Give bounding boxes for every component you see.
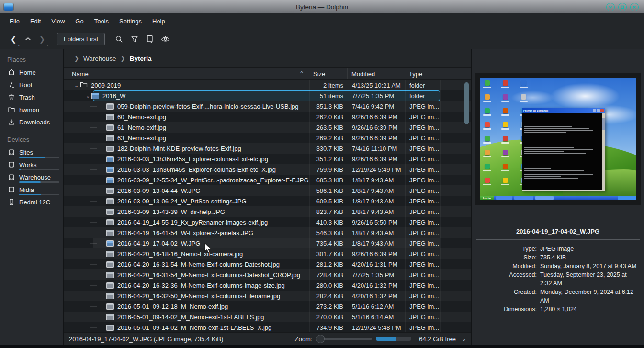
file-name: 2016-03-09_13-43-39_W_dir-help.JPG bbox=[117, 208, 225, 215]
table-row[interactable]: ⌄2016_W51 items7/7/25 1:35 PMfolder bbox=[64, 90, 471, 101]
scrollbar-thumb[interactable] bbox=[464, 82, 469, 124]
file-modified: 7/4/16 9:42 PM bbox=[348, 101, 405, 112]
column-header-modified[interactable]: Modified bbox=[348, 68, 405, 79]
folder-icon bbox=[80, 81, 88, 90]
sidebar-item-midia[interactable]: Midia bbox=[0, 183, 63, 196]
places-header: Places bbox=[0, 55, 63, 66]
table-row[interactable]: 2016-05-01_09-14-02_M_Nemo-exif-1st-LABE… bbox=[64, 322, 471, 332]
table-row[interactable]: 2016-03-09_12-55-34_W_PrintScr...-padron… bbox=[64, 175, 471, 185]
image-thumbnail-icon bbox=[106, 251, 114, 257]
file-modified: 9/26/16 6:39 PM bbox=[348, 154, 405, 164]
sidebar-item-hwmon[interactable]: hwmon bbox=[0, 103, 63, 116]
xp-taskbar: Iniciar bbox=[480, 196, 636, 200]
table-row[interactable]: 2016-05-01_09-14-02_M_Nemo-exif-1st-LABE… bbox=[64, 312, 471, 322]
table-row[interactable]: 2016-05-01_09-12-18_M_Nemo-exif.jpg273.2… bbox=[64, 301, 471, 312]
xp-window-buttons bbox=[593, 109, 604, 112]
file-modified: 1/8/17 9:43 AM bbox=[348, 227, 405, 238]
table-row[interactable]: 60_Nemo-exif.jpg262.0 KiB9/26/16 6:39 PM… bbox=[64, 112, 471, 122]
breadcrumb-warehouse[interactable]: Warehouse bbox=[83, 55, 116, 62]
file-size: 2 items bbox=[309, 80, 348, 90]
table-row[interactable]: 2016-03-09_13-04-44_W.JPG586.1 KiB1/8/17… bbox=[64, 185, 471, 196]
sidebar-item-trash[interactable]: Trash bbox=[0, 91, 63, 103]
menu-settings[interactable]: Settings bbox=[114, 15, 147, 27]
sidebar-item-label: Trash bbox=[19, 94, 35, 101]
table-row[interactable]: 2016-04-20_16-31-54_M-Nemo-Exif-columns-… bbox=[64, 269, 471, 280]
table-row[interactable]: 2016-04-20_16-18-16_Nemo-Exif-camera.jpg… bbox=[64, 248, 471, 259]
file-size: 735.4 KiB bbox=[309, 238, 348, 248]
metadata-row: Type:JPEG image bbox=[472, 245, 644, 253]
sidebar-item-label: Warehouse bbox=[19, 174, 51, 181]
column-header-name[interactable]: Name ⌃ bbox=[64, 68, 309, 79]
forward-icon[interactable]: ❯⌄ bbox=[35, 32, 49, 46]
breadcrumb-byteria[interactable]: Byteria bbox=[130, 55, 152, 62]
menu-help[interactable]: Help bbox=[147, 15, 170, 27]
sidebar-item-home[interactable]: Home bbox=[0, 66, 63, 79]
table-row[interactable]: 2016-04-19_16-41-54_W-Explorer-2-janelas… bbox=[64, 227, 471, 238]
table-row[interactable]: 63_Nemo-exif.jpg269.2 KiB9/26/16 6:39 PM… bbox=[64, 133, 471, 143]
chevron-down-icon[interactable]: ⌄ bbox=[462, 336, 466, 342]
sidebar-item-root[interactable]: Root bbox=[0, 79, 63, 91]
metadata-value: Sunday, January 8, 2017 at 9:43 AM bbox=[540, 262, 640, 270]
table-row[interactable]: 2016-03-03_13h36m45s_Explorer-colunas-Ex… bbox=[64, 154, 471, 164]
image-thumbnail-icon bbox=[106, 188, 114, 194]
up-icon[interactable] bbox=[21, 32, 35, 46]
image-thumbnail-icon bbox=[106, 124, 114, 131]
expander-chevron-down-icon[interactable]: ⌄ bbox=[84, 93, 91, 99]
table-row[interactable]: 2016-04-20_16-32-50_M-Nemo-Exif-columns-… bbox=[64, 291, 471, 301]
metadata-label: Type: bbox=[472, 245, 540, 253]
preview-icon[interactable] bbox=[158, 32, 173, 46]
maximize-icon[interactable] bbox=[618, 3, 627, 11]
column-header-type[interactable]: Type bbox=[405, 68, 440, 79]
table-row[interactable]: 2016-04-19_14-55-19_Kx_pyRenamer-images-… bbox=[64, 217, 471, 227]
menu-edit[interactable]: Edit bbox=[25, 15, 46, 27]
free-space-bar bbox=[376, 337, 411, 341]
titlebar[interactable]: Byteria — Dolphin bbox=[0, 0, 644, 13]
back-icon[interactable]: ❮⌄ bbox=[6, 32, 21, 46]
zoom-slider-handle[interactable] bbox=[316, 335, 325, 343]
image-thumbnail-icon bbox=[106, 303, 114, 310]
menu-view[interactable]: View bbox=[46, 15, 70, 27]
folders-first-button[interactable]: Folders First bbox=[57, 33, 105, 45]
zoom-slider[interactable] bbox=[316, 334, 372, 344]
sidebar-item-warehouse[interactable]: Warehouse bbox=[0, 171, 63, 183]
table-row[interactable]: 2016-03-03_13h36m45s_Explorer-colunas-Ex… bbox=[64, 164, 471, 175]
menu-file[interactable]: File bbox=[4, 15, 25, 27]
filter-icon[interactable] bbox=[127, 32, 142, 46]
file-name: 2016-05-01_09-14-02_M_Nemo-exif-1st-LABE… bbox=[117, 314, 264, 321]
table-row[interactable]: 2016-04-20_16-31-54_M-Nemo-Exif-columns-… bbox=[64, 259, 471, 269]
places-list: HomeRootTrashhwmonDownloads bbox=[0, 66, 63, 128]
sidebar-item-redmi-12c[interactable]: Redmi 12C bbox=[0, 196, 63, 208]
column-header-size[interactable]: Size bbox=[309, 68, 348, 79]
menu-go[interactable]: Go bbox=[70, 15, 89, 27]
split-view-icon[interactable] bbox=[142, 32, 158, 46]
table-row[interactable]: 2016-04-20_16-32-36_M-Nemo-Exif-columns-… bbox=[64, 280, 471, 291]
table-row[interactable]: 2016-03-09_13-43-39_W_dir-help.JPG823.7 … bbox=[64, 206, 471, 217]
file-name: 2016-04-20_16-18-16_Nemo-Exif-camera.jpg bbox=[117, 250, 243, 258]
table-row[interactable]: 182-Dolphin-Mint-KDE-preview-fotos-Exif.… bbox=[64, 143, 471, 154]
file-type: JPEG im... bbox=[405, 206, 440, 217]
table-row[interactable]: 059-Dolphin-preview-fotos-Exif-...hora-i… bbox=[64, 101, 471, 112]
zoom-label: Zoom: bbox=[294, 336, 312, 343]
file-modified: 9/26/16 6:39 PM bbox=[348, 248, 405, 259]
sidebar-item-sites[interactable]: Sites bbox=[0, 146, 63, 158]
table-row[interactable]: 2016-03-09_13-06-24_W_PrtScn-settings.JP… bbox=[64, 196, 471, 206]
table-row[interactable]: 61_Nemo-exif.jpg263.5 KiB9/26/16 6:39 PM… bbox=[64, 122, 471, 133]
file-type: JPEG im... bbox=[405, 122, 440, 133]
file-type: JPEG im... bbox=[405, 312, 440, 322]
minimize-icon[interactable] bbox=[606, 3, 615, 11]
sidebar-item-downloads[interactable]: Downloads bbox=[0, 116, 63, 128]
sidebar-item-works[interactable]: Works bbox=[0, 158, 63, 171]
file-name: 2016-03-09_13-04-44_W.JPG bbox=[117, 187, 200, 194]
dolphin-window: Byteria — Dolphin FileEditViewGoToolsSet… bbox=[0, 0, 644, 348]
table-row[interactable]: 2016-04-19_17-04-02_W.JPG735.4 KiB1/8/17… bbox=[64, 238, 471, 248]
file-modified: 4/20/16 1:32 PM bbox=[348, 291, 405, 301]
trash-icon bbox=[7, 93, 15, 101]
search-icon[interactable] bbox=[112, 32, 127, 46]
file-name: 63_Nemo-exif.jpg bbox=[117, 135, 166, 142]
chevron-right-icon: ❯ bbox=[74, 55, 79, 62]
drive-icon bbox=[7, 161, 15, 169]
close-icon[interactable] bbox=[630, 3, 639, 11]
menu-tools[interactable]: Tools bbox=[89, 15, 114, 27]
table-row[interactable]: ⌄2009-20192 items4/13/25 10:21 AMfolder bbox=[64, 80, 471, 90]
expander-chevron-down-icon[interactable]: ⌄ bbox=[73, 82, 80, 89]
